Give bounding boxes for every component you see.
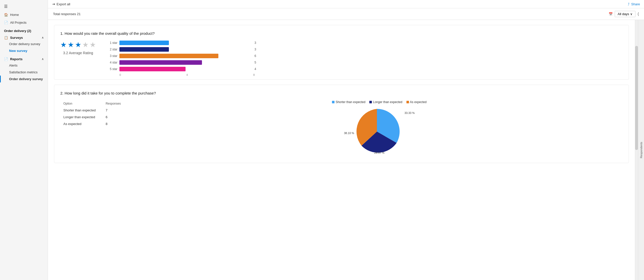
response-expected: 8 (102, 120, 126, 127)
legend-expected: As expected (406, 100, 427, 104)
filter-days-button[interactable]: All days ∨ (615, 11, 635, 17)
dropdown-chevron-icon: ∨ (630, 12, 633, 16)
question-2-title: 2. How long did it take for you to compl… (60, 91, 623, 95)
table-row-shorter: Shorter than expected 7 (60, 107, 126, 114)
star-4: ★ (82, 41, 89, 49)
export-icon: ⇥ (52, 2, 55, 6)
menu-icon: ☰ (4, 4, 8, 9)
reports-chevron: ∧ (42, 57, 44, 61)
pie-label-shorter: 33.33 % (404, 111, 415, 114)
collapse-icon[interactable]: ⟨ (637, 12, 639, 16)
table-row-expected: As expected 8 (60, 120, 126, 127)
surveys-label: Surveys (10, 36, 23, 40)
reports-section-header[interactable]: 📄 Reports ∧ (0, 55, 48, 62)
legend-longer: Longer than expected (369, 100, 402, 104)
pie-table: Option Responses Shorter than expected 7 (60, 100, 126, 127)
filter-label: All days (617, 12, 629, 16)
option-expected: As expected (60, 120, 102, 127)
pie-label-longer: 28.57 % (374, 151, 384, 154)
legend-label-expected: As expected (410, 100, 427, 104)
share-button[interactable]: ⤴ Share (628, 2, 640, 6)
table-row-longer: Longer than expected 6 (60, 114, 126, 120)
stars-row: ★ ★ ★ ★ ★ (60, 41, 96, 49)
export-label: Export all (57, 2, 70, 6)
sidebar-item-alerts[interactable]: Alerts (0, 62, 48, 69)
question-1-title: 1. How would you rate the overall qualit… (60, 31, 623, 36)
bar-fill-5star (119, 67, 186, 71)
pie-chart-wrapper: 33.33 % 28.57 % 38.10 % (352, 106, 407, 157)
responses-bar: Total responses 21 📅 All days ∨ ⟨ (48, 8, 644, 20)
option-longer: Longer than expected (60, 114, 102, 120)
x-tick-0: 0 (119, 73, 121, 76)
sidebar-item-order-delivery-survey[interactable]: Order delivery survey (0, 41, 48, 47)
legend-dot-shorter (332, 101, 334, 103)
response-shorter: 7 (102, 107, 126, 114)
star-1: ★ (60, 41, 67, 49)
col-option: Option (60, 100, 102, 107)
home-label: Home (10, 13, 19, 17)
sidebar-item-all-projects[interactable]: 📄 All Projects (0, 19, 48, 26)
legend-dot-expected (406, 101, 409, 103)
bar-row-1star: 1 star 3 (106, 41, 257, 45)
section-title: Order delivery (2) (0, 26, 48, 34)
bar-fill-1star (119, 41, 169, 45)
avg-rating-label: 3.2 Average Rating (63, 51, 93, 55)
star-3: ★ (75, 41, 81, 49)
surveys-section-header[interactable]: 📋 Surveys ∧ (0, 34, 48, 41)
sidebar-item-home[interactable]: 🏠 Home (0, 11, 48, 19)
sidebar: ☰ 🏠 Home 📄 All Projects Order delivery (… (0, 0, 48, 280)
bar-row-3star: 3 star 6 (106, 54, 257, 58)
option-shorter: Shorter than expected (60, 107, 102, 114)
top-bar: ⇥ Export all ⤴ Share (48, 0, 644, 8)
share-label: Share (631, 2, 640, 6)
pie-section: Option Responses Shorter than expected 7 (60, 100, 623, 157)
stars-section: ★ ★ ★ ★ ★ 3.2 Average Rating 1 star (60, 41, 623, 73)
legend-shorter: Shorter than expected (332, 100, 365, 104)
main-content: ⇥ Export all ⤴ Share Total responses 21 … (48, 0, 644, 280)
bar-fill-4star (119, 60, 202, 65)
sidebar-item-satisfaction-metrics[interactable]: Satisfaction metrics (0, 69, 48, 76)
right-panel: Respondents (638, 20, 644, 280)
home-icon: 🏠 (4, 13, 8, 17)
legend-label-longer: Longer than expected (373, 100, 402, 104)
pie-label-expected: 38.10 % (344, 132, 354, 135)
content-area: 1. How would you rate the overall qualit… (48, 20, 635, 280)
calendar-icon: 📅 (609, 12, 613, 16)
question-2-card: 2. How long did it take for you to compl… (54, 85, 629, 163)
bar-row-2star: 2 star 3 (106, 47, 257, 52)
export-button[interactable]: ⇥ Export all (52, 2, 70, 6)
pie-svg (352, 106, 402, 157)
pie-legend: Shorter than expected Longer than expect… (332, 100, 426, 104)
reports-label: Reports (10, 57, 22, 61)
scrollbar[interactable] (635, 20, 638, 280)
hamburger-menu[interactable]: ☰ (0, 2, 48, 11)
legend-label-shorter: Shorter than expected (336, 100, 365, 104)
x-tick-8: 8 (253, 73, 255, 76)
sidebar-item-new-survey[interactable]: New survey (0, 47, 48, 54)
bar-row-5star: 5 star 4 (106, 67, 257, 71)
response-longer: 6 (102, 114, 126, 120)
reports-icon: 📄 (4, 57, 8, 61)
projects-icon: 📄 (4, 21, 8, 24)
star-5: ★ (90, 41, 96, 49)
surveys-icon: 📋 (4, 36, 8, 40)
pie-chart-container: Shorter than expected Longer than expect… (136, 100, 623, 157)
legend-dot-longer (369, 101, 372, 103)
respondents-tab[interactable]: Respondents (639, 140, 644, 160)
star-2: ★ (68, 41, 74, 49)
bar-row-4star: 4 star 5 (106, 60, 257, 65)
surveys-chevron: ∧ (42, 36, 44, 39)
all-projects-label: All Projects (10, 21, 27, 24)
x-tick-4: 4 (186, 73, 188, 76)
scrollbar-thumb[interactable] (635, 46, 638, 150)
bar-chart: 1 star 3 2 star 3 (106, 41, 257, 73)
sidebar-item-order-delivery-survey-report[interactable]: Order delivery survey (0, 76, 48, 82)
col-responses: Responses (102, 100, 126, 107)
bar-fill-3star (119, 54, 218, 58)
star-rating-display: ★ ★ ★ ★ ★ 3.2 Average Rating (60, 41, 96, 55)
question-1-card: 1. How would you rate the overall qualit… (54, 25, 629, 80)
bar-fill-2star (119, 47, 169, 52)
total-responses: Total responses 21 (53, 12, 81, 16)
share-icon: ⤴ (628, 2, 630, 6)
